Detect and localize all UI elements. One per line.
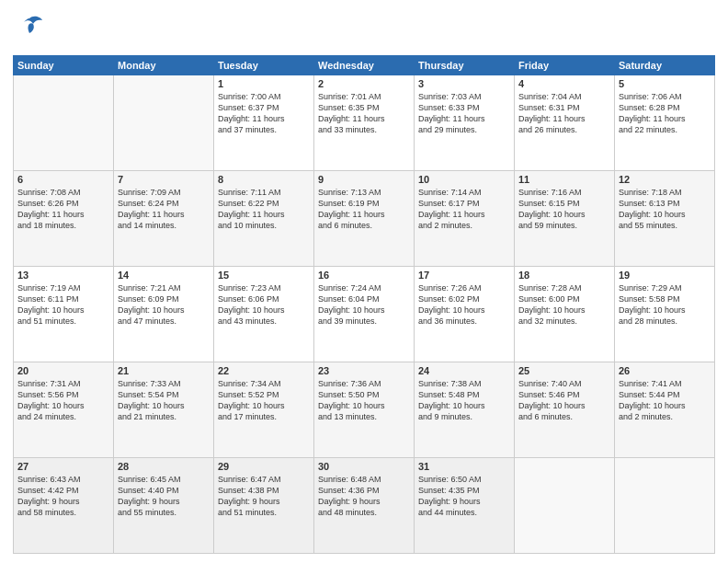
day-number: 13 xyxy=(17,270,109,281)
calendar-cell: 6Sunrise: 7:08 AM Sunset: 6:26 PM Daylig… xyxy=(14,171,114,267)
calendar-cell: 27Sunrise: 6:43 AM Sunset: 4:42 PM Dayli… xyxy=(14,458,114,554)
day-number: 28 xyxy=(118,461,210,472)
day-number: 25 xyxy=(518,365,610,376)
calendar-week-row: 6Sunrise: 7:08 AM Sunset: 6:26 PM Daylig… xyxy=(14,171,715,267)
day-number: 27 xyxy=(17,461,109,472)
day-number: 17 xyxy=(418,270,510,281)
cell-sun-data: Sunrise: 7:31 AM Sunset: 5:56 PM Dayligh… xyxy=(17,378,109,423)
cell-sun-data: Sunrise: 7:40 AM Sunset: 5:46 PM Dayligh… xyxy=(518,378,610,423)
calendar-cell: 4Sunrise: 7:04 AM Sunset: 6:31 PM Daylig… xyxy=(515,75,615,171)
cell-sun-data: Sunrise: 7:28 AM Sunset: 6:00 PM Dayligh… xyxy=(518,282,610,327)
calendar-week-row: 1Sunrise: 7:00 AM Sunset: 6:37 PM Daylig… xyxy=(14,75,715,171)
day-number: 21 xyxy=(118,365,210,376)
calendar-week-row: 13Sunrise: 7:19 AM Sunset: 6:11 PM Dayli… xyxy=(14,267,715,362)
calendar-week-row: 20Sunrise: 7:31 AM Sunset: 5:56 PM Dayli… xyxy=(14,362,715,458)
day-number: 20 xyxy=(17,365,109,376)
calendar-cell: 2Sunrise: 7:01 AM Sunset: 6:35 PM Daylig… xyxy=(314,75,415,171)
calendar-day-header: Monday xyxy=(114,56,214,75)
cell-sun-data: Sunrise: 6:48 AM Sunset: 4:36 PM Dayligh… xyxy=(318,474,410,519)
calendar-cell: 17Sunrise: 7:26 AM Sunset: 6:02 PM Dayli… xyxy=(415,267,515,362)
cell-sun-data: Sunrise: 7:38 AM Sunset: 5:48 PM Dayligh… xyxy=(418,378,510,423)
calendar-header-row: SundayMondayTuesdayWednesdayThursdayFrid… xyxy=(14,56,715,75)
day-number: 31 xyxy=(418,461,510,472)
day-number: 16 xyxy=(318,270,410,281)
cell-sun-data: Sunrise: 6:47 AM Sunset: 4:38 PM Dayligh… xyxy=(218,474,310,519)
calendar-day-header: Tuesday xyxy=(214,56,314,75)
calendar-cell: 29Sunrise: 6:47 AM Sunset: 4:38 PM Dayli… xyxy=(214,458,314,554)
calendar-cell: 22Sunrise: 7:34 AM Sunset: 5:52 PM Dayli… xyxy=(214,362,314,458)
day-number: 18 xyxy=(518,270,610,281)
calendar-day-header: Friday xyxy=(515,56,615,75)
calendar-day-header: Wednesday xyxy=(314,56,415,75)
calendar-cell xyxy=(515,458,615,554)
calendar-cell: 13Sunrise: 7:19 AM Sunset: 6:11 PM Dayli… xyxy=(14,267,114,362)
cell-sun-data: Sunrise: 7:19 AM Sunset: 6:11 PM Dayligh… xyxy=(17,282,109,327)
cell-sun-data: Sunrise: 7:36 AM Sunset: 5:50 PM Dayligh… xyxy=(318,378,410,423)
calendar-cell: 1Sunrise: 7:00 AM Sunset: 6:37 PM Daylig… xyxy=(214,75,314,171)
calendar-cell: 3Sunrise: 7:03 AM Sunset: 6:33 PM Daylig… xyxy=(415,75,515,171)
cell-sun-data: Sunrise: 7:13 AM Sunset: 6:19 PM Dayligh… xyxy=(318,187,410,232)
day-number: 4 xyxy=(518,78,610,89)
day-number: 26 xyxy=(619,365,711,376)
day-number: 3 xyxy=(418,78,510,89)
calendar-day-header: Saturday xyxy=(615,56,715,75)
cell-sun-data: Sunrise: 7:29 AM Sunset: 5:58 PM Dayligh… xyxy=(619,282,711,327)
calendar-cell: 31Sunrise: 6:50 AM Sunset: 4:35 PM Dayli… xyxy=(415,458,515,554)
day-number: 22 xyxy=(218,365,310,376)
cell-sun-data: Sunrise: 7:09 AM Sunset: 6:24 PM Dayligh… xyxy=(118,187,210,232)
calendar-cell: 12Sunrise: 7:18 AM Sunset: 6:13 PM Dayli… xyxy=(615,171,715,267)
day-number: 14 xyxy=(118,270,210,281)
calendar-cell: 10Sunrise: 7:14 AM Sunset: 6:17 PM Dayli… xyxy=(415,171,515,267)
calendar-cell: 28Sunrise: 6:45 AM Sunset: 4:40 PM Dayli… xyxy=(114,458,214,554)
day-number: 9 xyxy=(318,174,410,185)
cell-sun-data: Sunrise: 7:23 AM Sunset: 6:06 PM Dayligh… xyxy=(218,282,310,327)
cell-sun-data: Sunrise: 7:11 AM Sunset: 6:22 PM Dayligh… xyxy=(218,187,310,232)
calendar-page: SundayMondayTuesdayWednesdayThursdayFrid… xyxy=(0,0,728,563)
calendar-cell: 14Sunrise: 7:21 AM Sunset: 6:09 PM Dayli… xyxy=(114,267,214,362)
calendar-cell: 30Sunrise: 6:48 AM Sunset: 4:36 PM Dayli… xyxy=(314,458,415,554)
calendar-cell: 25Sunrise: 7:40 AM Sunset: 5:46 PM Dayli… xyxy=(515,362,615,458)
calendar-cell: 21Sunrise: 7:33 AM Sunset: 5:54 PM Dayli… xyxy=(114,362,214,458)
day-number: 30 xyxy=(318,461,410,472)
calendar-cell: 26Sunrise: 7:41 AM Sunset: 5:44 PM Dayli… xyxy=(615,362,715,458)
calendar-cell: 5Sunrise: 7:06 AM Sunset: 6:28 PM Daylig… xyxy=(615,75,715,171)
cell-sun-data: Sunrise: 6:43 AM Sunset: 4:42 PM Dayligh… xyxy=(17,474,109,519)
cell-sun-data: Sunrise: 7:01 AM Sunset: 6:35 PM Dayligh… xyxy=(318,91,410,136)
day-number: 15 xyxy=(218,270,310,281)
day-number: 5 xyxy=(619,78,711,89)
day-number: 19 xyxy=(619,270,711,281)
calendar-cell: 19Sunrise: 7:29 AM Sunset: 5:58 PM Dayli… xyxy=(615,267,715,362)
calendar-week-row: 27Sunrise: 6:43 AM Sunset: 4:42 PM Dayli… xyxy=(14,458,715,554)
logo-bird-icon xyxy=(13,11,46,50)
cell-sun-data: Sunrise: 7:26 AM Sunset: 6:02 PM Dayligh… xyxy=(418,282,510,327)
cell-sun-data: Sunrise: 7:08 AM Sunset: 6:26 PM Dayligh… xyxy=(17,187,109,232)
calendar-cell: 24Sunrise: 7:38 AM Sunset: 5:48 PM Dayli… xyxy=(415,362,515,458)
cell-sun-data: Sunrise: 7:21 AM Sunset: 6:09 PM Dayligh… xyxy=(118,282,210,327)
calendar-cell: 11Sunrise: 7:16 AM Sunset: 6:15 PM Dayli… xyxy=(515,171,615,267)
calendar-cell: 20Sunrise: 7:31 AM Sunset: 5:56 PM Dayli… xyxy=(14,362,114,458)
cell-sun-data: Sunrise: 7:14 AM Sunset: 6:17 PM Dayligh… xyxy=(418,187,510,232)
day-number: 10 xyxy=(418,174,510,185)
logo xyxy=(13,11,50,50)
cell-sun-data: Sunrise: 7:33 AM Sunset: 5:54 PM Dayligh… xyxy=(118,378,210,423)
cell-sun-data: Sunrise: 7:03 AM Sunset: 6:33 PM Dayligh… xyxy=(418,91,510,136)
day-number: 12 xyxy=(619,174,711,185)
calendar-day-header: Thursday xyxy=(415,56,515,75)
day-number: 6 xyxy=(17,174,109,185)
header xyxy=(13,11,715,50)
day-number: 11 xyxy=(518,174,610,185)
cell-sun-data: Sunrise: 7:24 AM Sunset: 6:04 PM Dayligh… xyxy=(318,282,410,327)
cell-sun-data: Sunrise: 7:41 AM Sunset: 5:44 PM Dayligh… xyxy=(619,378,711,423)
calendar-cell: 8Sunrise: 7:11 AM Sunset: 6:22 PM Daylig… xyxy=(214,171,314,267)
calendar-cell: 16Sunrise: 7:24 AM Sunset: 6:04 PM Dayli… xyxy=(314,267,415,362)
calendar-table: SundayMondayTuesdayWednesdayThursdayFrid… xyxy=(13,55,715,554)
cell-sun-data: Sunrise: 7:06 AM Sunset: 6:28 PM Dayligh… xyxy=(619,91,711,136)
day-number: 7 xyxy=(118,174,210,185)
calendar-cell xyxy=(114,75,214,171)
calendar-cell: 15Sunrise: 7:23 AM Sunset: 6:06 PM Dayli… xyxy=(214,267,314,362)
cell-sun-data: Sunrise: 6:45 AM Sunset: 4:40 PM Dayligh… xyxy=(118,474,210,519)
cell-sun-data: Sunrise: 7:00 AM Sunset: 6:37 PM Dayligh… xyxy=(218,91,310,136)
cell-sun-data: Sunrise: 7:04 AM Sunset: 6:31 PM Dayligh… xyxy=(518,91,610,136)
calendar-day-header: Sunday xyxy=(14,56,114,75)
day-number: 1 xyxy=(218,78,310,89)
